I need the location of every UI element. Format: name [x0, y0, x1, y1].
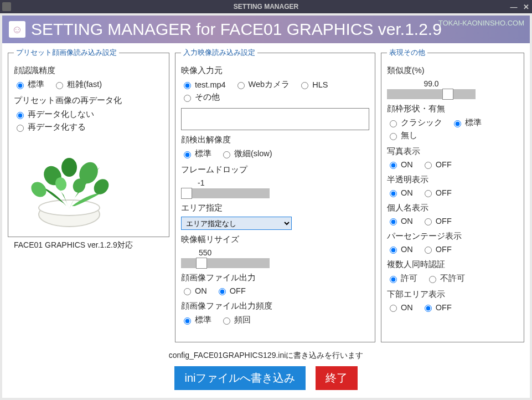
- framedrop-label: フレームドロップ: [181, 165, 369, 175]
- accuracy-std-radio[interactable]: 標準: [14, 79, 44, 90]
- source-webcam-radio[interactable]: Webカメラ: [235, 79, 290, 90]
- bottom-off-radio[interactable]: OFF: [422, 303, 452, 312]
- name-off-radio[interactable]: OFF: [422, 217, 452, 225]
- footer-message: config_FACE01GRAPHICS129.iniに書き込みを行います: [2, 351, 530, 361]
- window-controls: — ✕: [508, 0, 532, 13]
- resize-value: 550: [181, 248, 270, 257]
- header-url: TOKAI-KAONINSHO.COM: [438, 19, 524, 27]
- fileout-label: 顔画像ファイル出力: [181, 273, 369, 283]
- redigitize-no-radio[interactable]: 再データ化しない: [14, 109, 94, 120]
- svg-point-1: [39, 200, 100, 216]
- translucent-label: 半透明表示: [387, 175, 518, 185]
- freq-often-radio[interactable]: 頻回: [220, 315, 251, 325]
- name-on-radio[interactable]: ON: [387, 217, 413, 225]
- shape-none-radio[interactable]: 無し: [387, 130, 417, 141]
- expression-legend: 表現その他: [387, 48, 427, 58]
- translucent-on-radio[interactable]: ON: [387, 188, 413, 197]
- source-input[interactable]: [181, 108, 369, 130]
- app-logo-icon: [9, 21, 25, 38]
- redigitize-label: プリセット画像の再データ化: [14, 95, 163, 106]
- area-dropdown[interactable]: エリア指定なし: [181, 217, 292, 230]
- fileout-on-radio[interactable]: ON: [181, 286, 207, 295]
- photo-on-radio[interactable]: ON: [387, 160, 413, 169]
- translucent-off-radio[interactable]: OFF: [422, 188, 452, 197]
- shape-std-radio[interactable]: 標準: [451, 117, 482, 128]
- fileout-off-radio[interactable]: OFF: [216, 286, 246, 295]
- resize-slider[interactable]: [181, 258, 270, 268]
- source-hls-radio[interactable]: HLS: [298, 80, 328, 89]
- similarity-label: 類似度(%): [387, 65, 518, 76]
- exit-button[interactable]: 終了: [316, 366, 358, 390]
- input-video-group: 入力映像読み込み設定 映像入力元 test.mp4 Webカメラ HLS その他…: [175, 48, 375, 342]
- window-icon: [2, 2, 11, 11]
- plant-image: [14, 148, 125, 231]
- input-video-legend: 入力映像読み込み設定: [181, 48, 257, 58]
- app-title: SETTING MANAGER for FACE01 GRAPHICS ver.…: [31, 20, 442, 39]
- svg-point-4: [61, 158, 77, 177]
- source-other-radio[interactable]: その他: [181, 92, 220, 102]
- accuracy-fast-radio[interactable]: 粗雑(fast): [53, 79, 102, 90]
- preset-face-group: プリセット顔画像読み込み設定 顔認識精度 標準 粗雑(fast) プリセット画像…: [8, 48, 169, 237]
- resize-label: 映像幅リサイズ: [181, 234, 369, 245]
- multi-label: 複数人同時認証: [387, 259, 518, 270]
- multi-deny-radio[interactable]: 不許可: [426, 273, 465, 284]
- window-title: SETTING MANAGER: [234, 3, 298, 11]
- detect-slow-radio[interactable]: 微細(slow): [220, 148, 272, 159]
- similarity-value: 99.0: [387, 79, 476, 88]
- shape-classic-radio[interactable]: クラシック: [387, 117, 442, 128]
- write-ini-button[interactable]: iniファイルへ書き込み: [174, 366, 305, 390]
- bottom-on-radio[interactable]: ON: [387, 303, 413, 312]
- preset-face-legend: プリセット顔画像読み込み設定: [14, 48, 119, 58]
- framedrop-slider[interactable]: [181, 188, 270, 198]
- window-titlebar: SETTING MANAGER — ✕: [0, 0, 532, 13]
- name-label: 個人名表示: [387, 203, 518, 213]
- multi-allow-radio[interactable]: 許可: [387, 273, 417, 284]
- app-header: SETTING MANAGER for FACE01 GRAPHICS ver.…: [2, 16, 530, 43]
- detect-res-label: 顔検出解像度: [181, 135, 369, 145]
- percent-on-radio[interactable]: ON: [387, 245, 413, 254]
- framedrop-value: -1: [181, 178, 270, 187]
- detect-std-radio[interactable]: 標準: [181, 148, 211, 159]
- freq-std-radio[interactable]: 標準: [181, 315, 211, 325]
- minimize-button[interactable]: —: [508, 0, 520, 13]
- photo-off-radio[interactable]: OFF: [422, 160, 452, 169]
- bottom-label: 下部エリア表示: [387, 289, 518, 300]
- accuracy-label: 顔認識精度: [14, 65, 163, 76]
- photo-label: 写真表示: [387, 146, 518, 157]
- version-caption: FACE01 GRAPHICS ver.1.2.9対応: [14, 240, 163, 250]
- expression-group: 表現その他 類似度(%) 99.0 顔枠形状・有無 クラシック 標準 無し 写真…: [381, 48, 524, 342]
- area-label: エリア指定: [181, 203, 369, 213]
- similarity-slider[interactable]: [387, 89, 476, 99]
- source-test-radio[interactable]: test.mp4: [181, 80, 226, 89]
- close-button[interactable]: ✕: [520, 0, 532, 13]
- frameshape-label: 顔枠形状・有無: [387, 104, 518, 114]
- source-label: 映像入力元: [181, 65, 369, 76]
- redigitize-yes-radio[interactable]: 再データ化する: [14, 122, 86, 132]
- fileout-freq-label: 顔画像ファイル出力頻度: [181, 301, 369, 311]
- percent-label: パーセンテージ表示: [387, 231, 518, 242]
- percent-off-radio[interactable]: OFF: [422, 245, 452, 254]
